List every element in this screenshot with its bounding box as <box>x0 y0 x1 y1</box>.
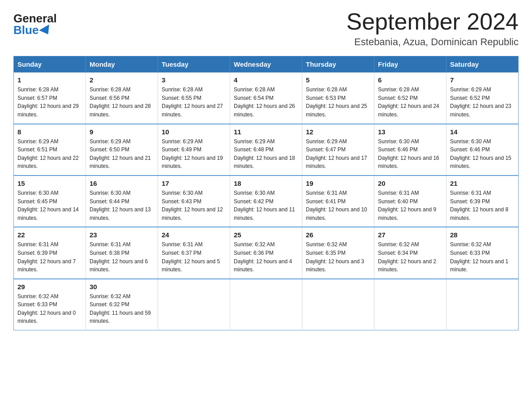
day-number: 5 <box>306 76 370 84</box>
calendar-cell <box>302 279 374 330</box>
day-of-week-header: Friday <box>374 56 446 73</box>
calendar-week-row: 22 Sunrise: 6:31 AMSunset: 6:39 PMDaylig… <box>14 227 519 278</box>
logo-triangle-icon <box>39 25 54 38</box>
day-of-week-header: Monday <box>86 56 158 73</box>
calendar-cell <box>446 279 519 330</box>
page-header: General Blue September 2024 Estebania, A… <box>13 9 519 48</box>
day-of-week-header: Saturday <box>446 56 519 73</box>
calendar-cell: 21 Sunrise: 6:31 AMSunset: 6:39 PMDaylig… <box>446 176 519 227</box>
calendar-header-row: SundayMondayTuesdayWednesdayThursdayFrid… <box>14 56 519 73</box>
day-info: Sunrise: 6:30 AMSunset: 6:44 PMDaylight:… <box>90 190 151 221</box>
day-number: 29 <box>17 283 82 291</box>
calendar-cell: 9 Sunrise: 6:29 AMSunset: 6:50 PMDayligh… <box>86 124 158 176</box>
calendar-cell: 23 Sunrise: 6:31 AMSunset: 6:38 PMDaylig… <box>86 227 158 278</box>
day-number: 8 <box>17 128 82 136</box>
calendar-cell: 29 Sunrise: 6:32 AMSunset: 6:33 PMDaylig… <box>14 279 86 330</box>
day-of-week-header: Sunday <box>14 56 86 73</box>
day-info: Sunrise: 6:31 AMSunset: 6:38 PMDaylight:… <box>90 241 148 273</box>
month-title: September 2024 <box>347 9 519 34</box>
day-number: 24 <box>162 231 226 239</box>
calendar-cell: 17 Sunrise: 6:30 AMSunset: 6:43 PMDaylig… <box>158 176 230 227</box>
calendar-cell: 8 Sunrise: 6:29 AMSunset: 6:51 PMDayligh… <box>14 124 86 176</box>
day-info: Sunrise: 6:32 AMSunset: 6:33 PMDaylight:… <box>450 241 508 273</box>
day-info: Sunrise: 6:31 AMSunset: 6:40 PMDaylight:… <box>378 190 436 221</box>
calendar-cell <box>158 279 230 330</box>
location-subtitle: Estebania, Azua, Dominican Republic <box>347 36 519 48</box>
day-number: 11 <box>234 128 298 136</box>
day-info: Sunrise: 6:28 AMSunset: 6:53 PMDaylight:… <box>306 86 367 118</box>
calendar-cell: 7 Sunrise: 6:29 AMSunset: 6:52 PMDayligh… <box>446 73 519 124</box>
day-info: Sunrise: 6:32 AMSunset: 6:36 PMDaylight:… <box>234 241 292 273</box>
day-of-week-header: Wednesday <box>230 56 302 73</box>
calendar-cell: 20 Sunrise: 6:31 AMSunset: 6:40 PMDaylig… <box>374 176 446 227</box>
calendar-cell: 1 Sunrise: 6:28 AMSunset: 6:57 PMDayligh… <box>14 73 86 124</box>
day-info: Sunrise: 6:31 AMSunset: 6:37 PMDaylight:… <box>162 241 220 273</box>
day-info: Sunrise: 6:29 AMSunset: 6:49 PMDaylight:… <box>162 138 223 170</box>
day-number: 9 <box>90 128 154 136</box>
day-number: 19 <box>306 180 370 187</box>
calendar-cell: 30 Sunrise: 6:32 AMSunset: 6:32 PMDaylig… <box>86 279 158 330</box>
calendar-cell: 28 Sunrise: 6:32 AMSunset: 6:33 PMDaylig… <box>446 227 519 278</box>
calendar-cell: 11 Sunrise: 6:29 AMSunset: 6:48 PMDaylig… <box>230 124 302 176</box>
day-info: Sunrise: 6:28 AMSunset: 6:52 PMDaylight:… <box>378 86 439 118</box>
day-info: Sunrise: 6:31 AMSunset: 6:39 PMDaylight:… <box>450 190 508 221</box>
calendar-cell: 5 Sunrise: 6:28 AMSunset: 6:53 PMDayligh… <box>302 73 374 124</box>
logo-general-text: General <box>13 13 57 24</box>
calendar-cell: 16 Sunrise: 6:30 AMSunset: 6:44 PMDaylig… <box>86 176 158 227</box>
day-info: Sunrise: 6:30 AMSunset: 6:43 PMDaylight:… <box>162 190 223 221</box>
day-info: Sunrise: 6:28 AMSunset: 6:55 PMDaylight:… <box>162 86 223 118</box>
calendar-cell: 14 Sunrise: 6:30 AMSunset: 6:46 PMDaylig… <box>446 124 519 176</box>
day-info: Sunrise: 6:32 AMSunset: 6:32 PMDaylight:… <box>90 293 151 325</box>
day-number: 15 <box>17 180 82 187</box>
day-number: 26 <box>306 231 370 239</box>
day-info: Sunrise: 6:29 AMSunset: 6:52 PMDaylight:… <box>450 86 511 118</box>
day-info: Sunrise: 6:32 AMSunset: 6:33 PMDaylight:… <box>17 293 76 325</box>
day-number: 3 <box>162 76 226 84</box>
calendar-cell: 18 Sunrise: 6:30 AMSunset: 6:42 PMDaylig… <box>230 176 302 227</box>
calendar-week-row: 15 Sunrise: 6:30 AMSunset: 6:45 PMDaylig… <box>14 176 519 227</box>
calendar-cell: 26 Sunrise: 6:32 AMSunset: 6:35 PMDaylig… <box>302 227 374 278</box>
calendar-cell: 12 Sunrise: 6:29 AMSunset: 6:47 PMDaylig… <box>302 124 374 176</box>
day-number: 23 <box>90 231 154 239</box>
day-number: 17 <box>162 180 226 187</box>
title-area: September 2024 Estebania, Azua, Dominica… <box>347 9 519 48</box>
day-number: 4 <box>234 76 298 84</box>
day-number: 27 <box>378 231 442 239</box>
calendar-cell: 4 Sunrise: 6:28 AMSunset: 6:54 PMDayligh… <box>230 73 302 124</box>
calendar-cell: 13 Sunrise: 6:30 AMSunset: 6:46 PMDaylig… <box>374 124 446 176</box>
day-number: 22 <box>17 231 82 239</box>
day-info: Sunrise: 6:28 AMSunset: 6:57 PMDaylight:… <box>17 86 79 118</box>
calendar-cell: 3 Sunrise: 6:28 AMSunset: 6:55 PMDayligh… <box>158 73 230 124</box>
calendar-cell: 24 Sunrise: 6:31 AMSunset: 6:37 PMDaylig… <box>158 227 230 278</box>
day-info: Sunrise: 6:29 AMSunset: 6:48 PMDaylight:… <box>234 138 295 170</box>
calendar-cell: 2 Sunrise: 6:28 AMSunset: 6:56 PMDayligh… <box>86 73 158 124</box>
calendar-cell: 25 Sunrise: 6:32 AMSunset: 6:36 PMDaylig… <box>230 227 302 278</box>
day-number: 28 <box>450 231 515 239</box>
day-info: Sunrise: 6:28 AMSunset: 6:54 PMDaylight:… <box>234 86 295 118</box>
day-number: 16 <box>90 180 154 187</box>
day-info: Sunrise: 6:32 AMSunset: 6:34 PMDaylight:… <box>378 241 436 273</box>
day-number: 2 <box>90 76 154 84</box>
calendar-week-row: 1 Sunrise: 6:28 AMSunset: 6:57 PMDayligh… <box>14 73 519 124</box>
day-info: Sunrise: 6:32 AMSunset: 6:35 PMDaylight:… <box>306 241 364 273</box>
day-number: 20 <box>378 180 442 187</box>
calendar-cell: 22 Sunrise: 6:31 AMSunset: 6:39 PMDaylig… <box>14 227 86 278</box>
logo-blue-text: Blue <box>13 24 52 36</box>
day-number: 13 <box>378 128 442 136</box>
day-number: 25 <box>234 231 298 239</box>
calendar-cell: 10 Sunrise: 6:29 AMSunset: 6:49 PMDaylig… <box>158 124 230 176</box>
calendar-cell: 19 Sunrise: 6:31 AMSunset: 6:41 PMDaylig… <box>302 176 374 227</box>
day-info: Sunrise: 6:30 AMSunset: 6:45 PMDaylight:… <box>17 190 79 221</box>
day-info: Sunrise: 6:28 AMSunset: 6:56 PMDaylight:… <box>90 86 151 118</box>
day-info: Sunrise: 6:30 AMSunset: 6:46 PMDaylight:… <box>450 138 511 170</box>
day-number: 7 <box>450 76 515 84</box>
day-of-week-header: Tuesday <box>158 56 230 73</box>
day-info: Sunrise: 6:29 AMSunset: 6:51 PMDaylight:… <box>17 138 79 170</box>
calendar-table: SundayMondayTuesdayWednesdayThursdayFrid… <box>13 56 519 330</box>
day-of-week-header: Thursday <box>302 56 374 73</box>
day-number: 18 <box>234 180 298 187</box>
calendar-cell <box>374 279 446 330</box>
day-info: Sunrise: 6:30 AMSunset: 6:46 PMDaylight:… <box>378 138 439 170</box>
calendar-cell <box>230 279 302 330</box>
day-info: Sunrise: 6:30 AMSunset: 6:42 PMDaylight:… <box>234 190 295 221</box>
